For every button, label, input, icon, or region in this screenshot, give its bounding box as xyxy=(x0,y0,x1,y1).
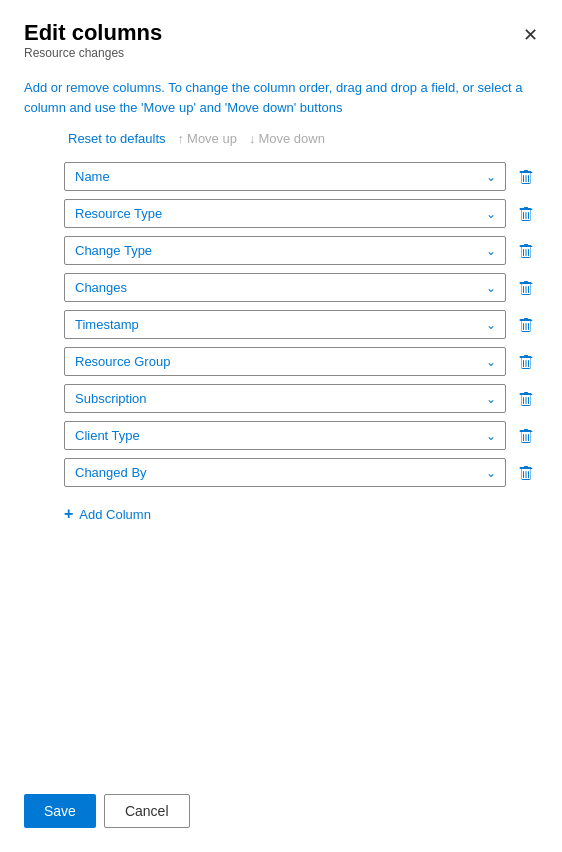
plus-icon: + xyxy=(64,505,73,523)
table-row: Subscription⌄ xyxy=(64,384,538,413)
trash-icon xyxy=(518,206,534,222)
move-up-arrow-icon: ↑ xyxy=(178,131,185,146)
column-select-wrapper-change-type: Change Type⌄ xyxy=(64,236,506,265)
column-select-wrapper-timestamp: Timestamp⌄ xyxy=(64,310,506,339)
delete-column-button-timestamp[interactable] xyxy=(514,313,538,337)
table-row: Resource Type⌄ xyxy=(64,199,538,228)
table-row: Change Type⌄ xyxy=(64,236,538,265)
add-column-button[interactable]: + Add Column xyxy=(64,501,538,527)
column-select-change-type[interactable]: Change Type xyxy=(64,236,506,265)
panel-title: Edit columns xyxy=(24,20,162,46)
panel-subtitle: Resource changes xyxy=(24,46,162,60)
trash-icon xyxy=(518,169,534,185)
table-row: Timestamp⌄ xyxy=(64,310,538,339)
column-select-changes[interactable]: Changes xyxy=(64,273,506,302)
trash-icon xyxy=(518,391,534,407)
trash-icon xyxy=(518,280,534,296)
table-row: Changes⌄ xyxy=(64,273,538,302)
column-select-wrapper-client-type: Client Type⌄ xyxy=(64,421,506,450)
column-select-wrapper-name: Name⌄ xyxy=(64,162,506,191)
column-select-subscription[interactable]: Subscription xyxy=(64,384,506,413)
table-row: Name⌄ xyxy=(64,162,538,191)
column-select-wrapper-resource-type: Resource Type⌄ xyxy=(64,199,506,228)
column-select-wrapper-changes: Changes⌄ xyxy=(64,273,506,302)
delete-column-button-changes[interactable] xyxy=(514,276,538,300)
column-select-wrapper-subscription: Subscription⌄ xyxy=(64,384,506,413)
trash-icon xyxy=(518,465,534,481)
close-button[interactable]: ✕ xyxy=(523,24,538,46)
edit-columns-panel: Edit columns Resource changes ✕ Add or r… xyxy=(0,0,562,852)
column-select-name[interactable]: Name xyxy=(64,162,506,191)
column-select-resource-type[interactable]: Resource Type xyxy=(64,199,506,228)
footer: Save Cancel xyxy=(24,770,538,828)
reset-to-defaults-button[interactable]: Reset to defaults xyxy=(64,129,170,148)
toolbar: Reset to defaults ↑ Move up ↓ Move down xyxy=(24,129,538,148)
column-select-timestamp[interactable]: Timestamp xyxy=(64,310,506,339)
move-up-button[interactable]: ↑ Move up xyxy=(174,129,241,148)
trash-icon xyxy=(518,317,534,333)
trash-icon xyxy=(518,428,534,444)
column-select-changed-by[interactable]: Changed By xyxy=(64,458,506,487)
panel-header: Edit columns Resource changes ✕ xyxy=(24,20,538,74)
delete-column-button-changed-by[interactable] xyxy=(514,461,538,485)
columns-list: Name⌄ Resource Type⌄ Change Type⌄ Change… xyxy=(24,162,538,487)
column-select-resource-group[interactable]: Resource Group xyxy=(64,347,506,376)
trash-icon xyxy=(518,354,534,370)
delete-column-button-resource-group[interactable] xyxy=(514,350,538,374)
delete-column-button-name[interactable] xyxy=(514,165,538,189)
move-down-label: Move down xyxy=(258,131,324,146)
table-row: Resource Group⌄ xyxy=(64,347,538,376)
trash-icon xyxy=(518,243,534,259)
delete-column-button-client-type[interactable] xyxy=(514,424,538,448)
table-row: Changed By⌄ xyxy=(64,458,538,487)
add-column-label: Add Column xyxy=(79,507,151,522)
save-button[interactable]: Save xyxy=(24,794,96,828)
move-up-label: Move up xyxy=(187,131,237,146)
delete-column-button-subscription[interactable] xyxy=(514,387,538,411)
column-select-wrapper-changed-by: Changed By⌄ xyxy=(64,458,506,487)
description-text: Add or remove columns. To change the col… xyxy=(24,78,538,117)
move-down-button[interactable]: ↓ Move down xyxy=(245,129,329,148)
move-down-arrow-icon: ↓ xyxy=(249,131,256,146)
delete-column-button-resource-type[interactable] xyxy=(514,202,538,226)
column-select-client-type[interactable]: Client Type xyxy=(64,421,506,450)
cancel-button[interactable]: Cancel xyxy=(104,794,190,828)
column-select-wrapper-resource-group: Resource Group⌄ xyxy=(64,347,506,376)
table-row: Client Type⌄ xyxy=(64,421,538,450)
delete-column-button-change-type[interactable] xyxy=(514,239,538,263)
